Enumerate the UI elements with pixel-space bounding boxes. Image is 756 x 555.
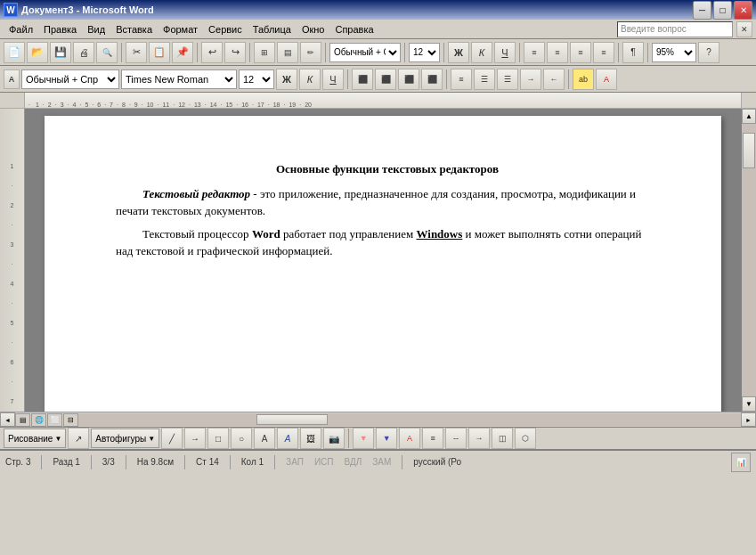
table-btn[interactable]: ⊞ <box>254 42 275 63</box>
menu-view[interactable]: Вид <box>82 22 110 37</box>
3d-btn[interactable]: ⬡ <box>515 428 536 449</box>
columns-btn[interactable]: ▤ <box>277 42 298 63</box>
menu-format[interactable]: Формат <box>158 22 203 37</box>
linespacing-btn[interactable]: ≡ <box>451 69 472 90</box>
italic-button[interactable]: К <box>299 69 321 90</box>
help-search-box[interactable]: Введите вопрос <box>617 21 733 37</box>
menu-right: Введите вопрос ✕ <box>617 21 752 37</box>
print-preview-btn[interactable]: 🔍 <box>96 42 118 63</box>
menu-service[interactable]: Сервис <box>203 22 248 37</box>
oval-btn[interactable]: ○ <box>231 428 252 449</box>
save-btn[interactable]: 💾 <box>50 42 71 63</box>
style-selector-top[interactable]: Обычный + Спр <box>329 43 401 62</box>
document-page[interactable]: Основные функции текстовых редакторов Те… <box>45 116 721 412</box>
vertical-scrollbar[interactable]: ▲ ▼ <box>741 109 756 412</box>
shadow-btn[interactable]: ◫ <box>492 428 513 449</box>
bold-top-btn[interactable]: Ж <box>448 42 469 63</box>
zoom-select[interactable]: 95% <box>652 43 696 62</box>
menu-insert[interactable]: Вставка <box>110 22 158 37</box>
dashstyle-btn[interactable]: -- <box>445 428 467 449</box>
help-btn[interactable]: ? <box>698 42 719 63</box>
copy-btn[interactable]: 📋 <box>149 42 170 63</box>
status-line: Ст 14 <box>196 457 219 467</box>
para-mark-btn[interactable]: ¶ <box>622 42 644 63</box>
fontcolor-btn[interactable]: A <box>596 69 617 90</box>
para2-start: Текстовый процессор <box>142 227 252 241</box>
justify-fmt[interactable]: ⬛ <box>421 69 443 90</box>
line-color-btn[interactable]: ▼ <box>376 428 397 449</box>
justify-btn[interactable]: ≡ <box>593 42 614 63</box>
list-btn[interactable]: ☰ <box>474 69 495 90</box>
highlight-btn[interactable]: ab <box>573 69 594 90</box>
close-button[interactable]: ✕ <box>734 1 752 20</box>
italic-top-btn[interactable]: К <box>471 42 492 63</box>
autoshapes-arrow: ▼ <box>148 435 155 443</box>
undo-btn[interactable]: ↩ <box>201 42 223 63</box>
redo-btn[interactable]: ↪ <box>224 42 246 63</box>
status-page: Стр. 3 <box>5 457 30 467</box>
separator-1 <box>121 43 122 62</box>
hscroll-track[interactable] <box>78 413 741 426</box>
hscroll-right-btn[interactable]: ► <box>741 412 756 427</box>
fontsize-selector[interactable]: 12 <box>239 69 274 89</box>
normal-view-btn[interactable]: ▤ <box>15 413 30 427</box>
new-btn[interactable]: 📄 <box>4 42 25 63</box>
hscroll-thumb[interactable] <box>256 414 328 425</box>
fontsize-selector-top[interactable]: 12 <box>409 43 440 62</box>
linestyle-btn[interactable]: ≡ <box>422 428 443 449</box>
menu-close-btn[interactable]: ✕ <box>736 21 752 37</box>
paste-btn[interactable]: 📌 <box>172 42 193 63</box>
layout-view-btn[interactable]: ⬜ <box>47 413 62 427</box>
numlist-btn[interactable]: ☰ <box>497 69 518 90</box>
minimize-button[interactable]: ─ <box>693 1 711 20</box>
clipart-btn[interactable]: 🖼 <box>300 428 321 449</box>
align-left-btn[interactable]: ≡ <box>524 42 545 63</box>
outline-view-btn[interactable]: ⊟ <box>63 413 78 427</box>
bold-button[interactable]: Ж <box>276 69 297 90</box>
font-selector[interactable]: Times New Roman <box>121 69 237 89</box>
menu-edit[interactable]: Правка <box>38 22 82 37</box>
textbox-btn[interactable]: A <box>254 428 275 449</box>
menu-window[interactable]: Окно <box>297 22 330 37</box>
horizontal-scrollbar[interactable]: ◄ ▤ 🌐 ⬜ ⊟ ► <box>0 412 756 427</box>
scroll-thumb[interactable] <box>743 133 755 168</box>
line-btn[interactable]: ╱ <box>161 428 183 449</box>
doc-scroll-area[interactable]: Основные функции текстовых редакторов Те… <box>25 109 741 412</box>
scroll-down-btn[interactable]: ▼ <box>742 396 756 412</box>
style-selector[interactable]: Обычный + Спр <box>21 69 119 89</box>
title-bar-left: W Документ3 - Microsoft Word <box>4 3 154 17</box>
menu-table[interactable]: Таблица <box>248 22 297 37</box>
print-btn[interactable]: 🖨 <box>73 42 94 63</box>
image-btn[interactable]: 📷 <box>323 428 345 449</box>
title-controls[interactable]: ─ □ ✕ <box>693 1 752 20</box>
select-btn[interactable]: ↗ <box>68 428 89 449</box>
underline-button[interactable]: Ч <box>322 69 344 90</box>
autoshapes-btn[interactable]: Автофигуры ▼ <box>91 428 159 448</box>
indent-btn[interactable]: → <box>520 69 541 90</box>
align-right-btn[interactable]: ≡ <box>570 42 591 63</box>
align-center-fmt[interactable]: ⬛ <box>375 69 396 90</box>
rect-btn[interactable]: □ <box>207 428 229 449</box>
wordart-btn[interactable]: A <box>277 428 298 449</box>
fill-color-btn[interactable]: ▼ <box>353 428 374 449</box>
outdent-btn[interactable]: ← <box>543 69 565 90</box>
open-btn[interactable]: 📂 <box>27 42 48 63</box>
underline-top-btn[interactable]: Ч <box>494 42 516 63</box>
hscroll-left-btn[interactable]: ◄ <box>0 412 15 427</box>
scroll-up-btn[interactable]: ▲ <box>742 109 756 124</box>
font-color-draw-btn[interactable]: A <box>399 428 420 449</box>
arrow-btn[interactable]: → <box>184 428 206 449</box>
menu-help[interactable]: Справка <box>329 22 378 37</box>
scroll-track[interactable] <box>742 124 756 396</box>
drawing-menu-btn[interactable]: Рисование ▼ <box>4 428 66 448</box>
drawing-btn[interactable]: ✏ <box>300 42 321 63</box>
status-icon-btn[interactable]: 📊 <box>731 453 751 472</box>
align-center-btn[interactable]: ≡ <box>547 42 568 63</box>
arrowstyle-btn[interactable]: → <box>468 428 490 449</box>
web-view-btn[interactable]: 🌐 <box>31 413 46 427</box>
maximize-button[interactable]: □ <box>713 1 732 20</box>
align-left-fmt[interactable]: ⬛ <box>352 69 373 90</box>
menu-file[interactable]: Файл <box>4 22 38 37</box>
cut-btn[interactable]: ✂ <box>126 42 147 63</box>
align-right-fmt[interactable]: ⬛ <box>398 69 419 90</box>
